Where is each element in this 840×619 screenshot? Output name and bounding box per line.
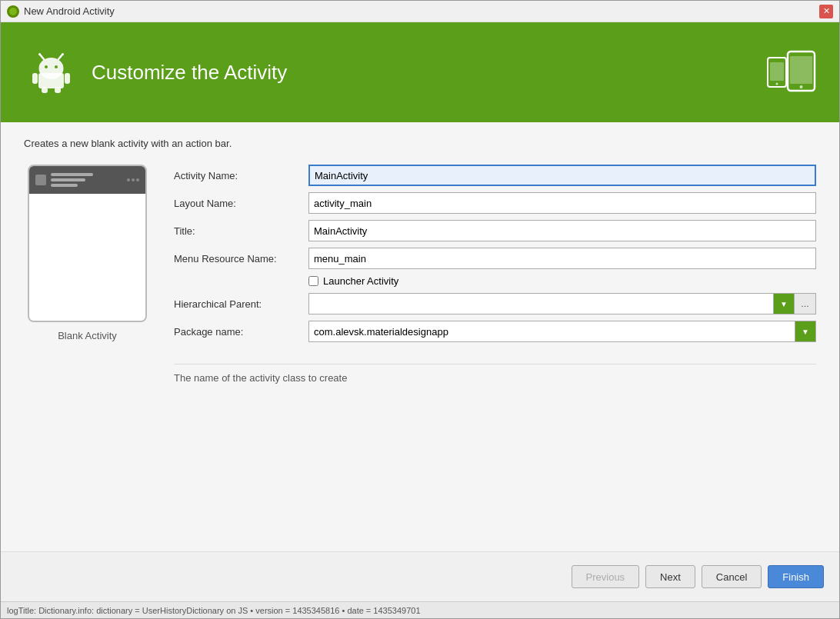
layout-name-label: Layout Name: (174, 198, 308, 209)
next-button[interactable]: Next (645, 565, 695, 588)
mockup-square (35, 175, 46, 185)
bottom-bar: Previous Next Cancel Finish (1, 551, 839, 601)
svg-rect-12 (55, 87, 61, 93)
phone-bar (29, 166, 145, 194)
description-text: Creates a new blank activity with an act… (24, 138, 816, 149)
android-logo-icon (24, 45, 78, 99)
page-title: Customize the Activity (92, 61, 287, 85)
launcher-activity-checkbox[interactable] (308, 276, 318, 286)
menu-resource-row: Menu Resource Name: (174, 248, 816, 269)
svg-rect-17 (770, 62, 784, 81)
launcher-activity-label: Launcher Activity (323, 275, 398, 287)
svg-point-5 (62, 53, 64, 55)
app-icon (7, 5, 19, 18)
preview-panel: Blank Activity (24, 165, 151, 551)
title-label: Title: (174, 225, 308, 237)
activity-name-input[interactable] (308, 165, 816, 186)
svg-point-18 (776, 83, 778, 85)
package-name-dropdown-button[interactable]: ▼ (795, 321, 816, 342)
activity-name-row: Activity Name: (174, 165, 816, 186)
hierarchical-dropdown-button[interactable]: ▼ (773, 293, 795, 314)
cancel-button[interactable]: Cancel (702, 565, 762, 588)
svg-rect-9 (32, 73, 38, 84)
menu-resource-label: Menu Resource Name: (174, 253, 308, 265)
svg-rect-8 (38, 73, 64, 88)
hierarchical-row: Hierarchical Parent: ▼ … (174, 293, 816, 314)
mockup-dot (132, 178, 135, 181)
mockup-dot (127, 178, 130, 181)
hierarchical-label: Hierarchical Parent: (174, 298, 308, 310)
mockup-line (51, 173, 93, 176)
mockup-dot (136, 178, 139, 181)
hint-area: The name of the activity class to create (174, 364, 816, 391)
title-row: Title: (174, 220, 816, 241)
layout-name-row: Layout Name: (174, 192, 816, 214)
hierarchical-input-group: ▼ … (308, 293, 816, 314)
mockup-lines (51, 173, 121, 187)
layout-name-input[interactable] (308, 192, 816, 214)
mockup-body (29, 194, 145, 321)
title-bar-left: New Android Activity (7, 5, 115, 18)
svg-point-0 (9, 8, 17, 15)
form-panel: Activity Name: Layout Name: Title: Menu … (174, 165, 816, 551)
menu-resource-input[interactable] (308, 248, 816, 269)
status-bar: logTitle: Dictionary.info: dictionary = … (1, 601, 839, 618)
mockup-dots (125, 178, 139, 181)
package-name-label: Package name: (174, 326, 308, 338)
mockup-line (51, 178, 85, 181)
title-input[interactable] (308, 220, 816, 241)
finish-button[interactable]: Finish (768, 565, 824, 588)
device-icon (766, 50, 816, 95)
package-name-input[interactable] (308, 321, 795, 342)
svg-rect-14 (790, 56, 812, 84)
launcher-activity-row: Launcher Activity (308, 275, 816, 287)
title-bar: New Android Activity ✕ (1, 1, 839, 22)
svg-line-2 (40, 55, 44, 59)
mockup-line (51, 184, 78, 187)
svg-rect-10 (65, 73, 70, 84)
hint-text: The name of the activity class to create (174, 372, 347, 384)
svg-rect-11 (42, 87, 48, 93)
main-window: New Android Activity ✕ (0, 0, 840, 619)
close-button[interactable]: ✕ (819, 5, 833, 18)
header-banner: Customize the Activity (1, 22, 839, 122)
hierarchical-input[interactable] (308, 293, 773, 314)
svg-point-15 (800, 85, 803, 88)
window-title: New Android Activity (24, 5, 115, 17)
svg-point-6 (45, 65, 48, 68)
svg-point-7 (55, 65, 58, 68)
package-name-group: ▼ (308, 321, 816, 342)
status-text: logTitle: Dictionary.info: dictionary = … (7, 606, 421, 615)
main-content: Blank Activity Activity Name: Layout Nam… (24, 165, 816, 551)
activity-name-label: Activity Name: (174, 170, 308, 181)
svg-line-4 (58, 55, 62, 59)
phone-mockup (28, 165, 147, 322)
package-name-row: Package name: ▼ (174, 321, 816, 342)
previous-button[interactable]: Previous (572, 565, 640, 588)
hierarchical-browse-button[interactable]: … (795, 293, 816, 314)
preview-label: Blank Activity (58, 330, 117, 341)
content-area: Creates a new blank activity with an act… (1, 122, 839, 551)
svg-point-3 (38, 53, 41, 55)
